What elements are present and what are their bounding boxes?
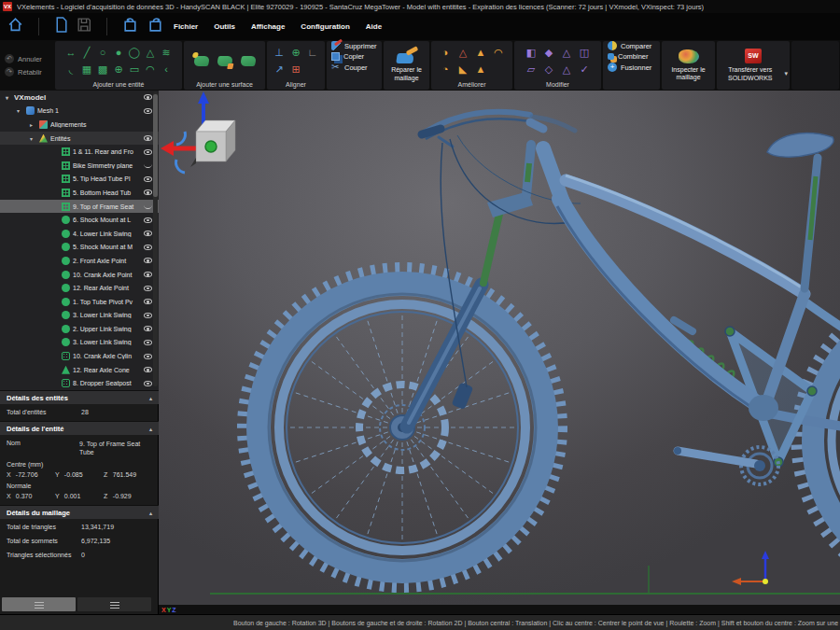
- add-entity-icon[interactable]: ◯: [129, 48, 140, 58]
- add-entity-icon[interactable]: ⊕: [114, 64, 122, 75]
- tree-item[interactable]: Bike Simmetry plane: [0, 159, 159, 173]
- tree-scrollbar-thumb[interactable]: [153, 94, 158, 197]
- align-icon[interactable]: ⊕: [291, 48, 300, 58]
- visibility-eye-icon[interactable]: [144, 149, 152, 155]
- merge-button[interactable]: +Fusionner: [608, 63, 660, 72]
- tree-item[interactable]: 4. Lower Link Swing: [0, 227, 159, 241]
- visibility-eye-icon[interactable]: [144, 354, 152, 359]
- tree-item[interactable]: 10. Crank Axle Cylin: [0, 349, 159, 363]
- tree-chevron-icon[interactable]: [6, 94, 14, 101]
- modify-icon[interactable]: ▱: [527, 64, 535, 75]
- tree-item[interactable]: Mesh 1: [0, 105, 159, 119]
- align-icon[interactable]: ⊞: [291, 64, 300, 75]
- visibility-eye-icon[interactable]: [144, 286, 152, 291]
- add-entity-icon[interactable]: ≋: [161, 48, 170, 58]
- tree-item[interactable]: 2. Upper Link Swing: [0, 322, 159, 336]
- tree-chevron-icon[interactable]: [30, 121, 38, 128]
- modify-icon[interactable]: ◫: [580, 48, 589, 58]
- import-session-button[interactable]: [122, 17, 139, 36]
- add-entity-icon[interactable]: ◠: [146, 64, 155, 75]
- 3d-viewport[interactable]: [159, 91, 840, 605]
- improve-icon[interactable]: ◠: [494, 48, 503, 58]
- copy-button[interactable]: Copier: [331, 52, 382, 61]
- tree-item[interactable]: 12. Rear Axle Point: [0, 281, 159, 295]
- tree-item[interactable]: 3. Lower Link Swing: [0, 309, 159, 323]
- tree-item[interactable]: 1. Top Tube Pivot Pv: [0, 295, 159, 309]
- transfer-solidworks-button[interactable]: SW Transférer vers SOLIDWORKS: [717, 41, 790, 90]
- tree-item[interactable]: Alignements: [0, 118, 159, 132]
- modify-icon[interactable]: △: [563, 48, 570, 58]
- entity-details-header[interactable]: Détails de l'entité: [0, 421, 159, 435]
- delete-button[interactable]: Supprimer: [331, 41, 382, 50]
- visibility-eye-icon[interactable]: [144, 189, 152, 195]
- tree-item[interactable]: 3. Lower Link Swing: [0, 336, 159, 350]
- inspect-mesh-button[interactable]: Inspecter le maillage: [662, 41, 715, 90]
- redo-button[interactable]: ↷Rétablir: [5, 67, 53, 77]
- visibility-eye-icon[interactable]: [144, 299, 152, 304]
- axis-z-label[interactable]: Z: [172, 607, 175, 613]
- tree-chevron-icon[interactable]: [17, 107, 25, 114]
- axis-x-label[interactable]: X: [161, 607, 166, 613]
- add-surface-icon[interactable]: [239, 56, 256, 66]
- add-entity-icon[interactable]: △: [147, 48, 154, 58]
- add-entity-icon[interactable]: ○: [100, 48, 106, 58]
- tree-item[interactable]: 10. Crank Axle Point: [0, 268, 159, 282]
- add-surface-icon[interactable]: [192, 56, 209, 66]
- modify-icon[interactable]: ◆: [545, 48, 553, 58]
- tree-item[interactable]: 12. Rear Axle Cone: [0, 363, 159, 377]
- list-view-button[interactable]: [2, 597, 76, 611]
- save-session-button[interactable]: [77, 17, 91, 36]
- cut-button[interactable]: ✂Couper: [331, 63, 382, 72]
- improve-icon[interactable]: ◑: [442, 48, 449, 58]
- entities-details-header[interactable]: Détails des entités: [0, 390, 159, 404]
- undo-button[interactable]: ↶Annuler: [5, 54, 53, 63]
- add-entity-icon[interactable]: ▩: [98, 64, 107, 75]
- improve-icon[interactable]: ◣: [459, 64, 467, 75]
- tree-item[interactable]: 9. Top of Frame Seat: [0, 200, 159, 214]
- visibility-eye-icon[interactable]: [144, 162, 152, 168]
- menu-item[interactable]: Fichier: [174, 22, 198, 31]
- home-button[interactable]: [7, 17, 23, 36]
- tree-item[interactable]: 6. Shock Mount at L: [0, 213, 159, 227]
- collapse-icon[interactable]: [149, 509, 152, 517]
- new-session-button[interactable]: [54, 17, 68, 36]
- modify-icon[interactable]: ◧: [526, 48, 536, 58]
- collapse-icon[interactable]: [149, 425, 152, 433]
- add-entity-icon[interactable]: ▭: [130, 64, 139, 75]
- tree-item[interactable]: 2. Front Axle Point: [0, 254, 159, 268]
- tree-scrollbar[interactable]: [153, 92, 158, 386]
- mesh-details-header[interactable]: Détails du maillage: [0, 505, 159, 519]
- menu-item[interactable]: Affichage: [251, 22, 285, 31]
- export-session-button[interactable]: [147, 17, 164, 36]
- modify-icon[interactable]: ◇: [545, 64, 553, 75]
- collapse-icon[interactable]: [149, 394, 152, 402]
- visibility-eye-icon[interactable]: [144, 94, 152, 100]
- visibility-eye-icon[interactable]: [144, 272, 152, 277]
- modify-icon[interactable]: ✓: [580, 64, 588, 75]
- combine-button[interactable]: Combiner: [608, 52, 660, 61]
- improve-icon[interactable]: △: [459, 48, 467, 58]
- improve-icon[interactable]: ▲: [476, 64, 486, 75]
- improve-icon[interactable]: ◔: [442, 64, 449, 75]
- add-entity-icon[interactable]: ‹: [164, 64, 168, 75]
- add-surface-icon[interactable]: [216, 56, 232, 66]
- align-icon[interactable]: ∟: [308, 48, 318, 58]
- visibility-eye-icon[interactable]: [144, 176, 152, 182]
- add-entity-icon[interactable]: ◟: [69, 64, 73, 75]
- tree-item[interactable]: 8. Dropper Seatpost: [0, 376, 159, 390]
- menu-item[interactable]: Aide: [366, 22, 382, 31]
- axis-y-label[interactable]: Y: [167, 607, 172, 613]
- modify-icon[interactable]: △: [563, 64, 570, 75]
- visibility-eye-icon[interactable]: [144, 203, 152, 209]
- tree-item[interactable]: 5. Bottom Head Tub: [0, 186, 159, 200]
- align-icon[interactable]: ↗: [274, 64, 283, 75]
- visibility-eye-icon[interactable]: [144, 135, 152, 141]
- add-entity-icon[interactable]: ▦: [82, 64, 91, 75]
- add-entity-icon[interactable]: ↔: [66, 48, 77, 58]
- menu-item[interactable]: Outils: [214, 22, 235, 31]
- visibility-eye-icon[interactable]: [144, 231, 152, 236]
- add-entity-icon[interactable]: ●: [116, 48, 122, 58]
- tree-item[interactable]: 5. Tip Head Tube Pl: [0, 173, 159, 187]
- tree-root-vxmodel[interactable]: VXmodel: [0, 91, 159, 105]
- visibility-eye-icon[interactable]: [144, 340, 152, 345]
